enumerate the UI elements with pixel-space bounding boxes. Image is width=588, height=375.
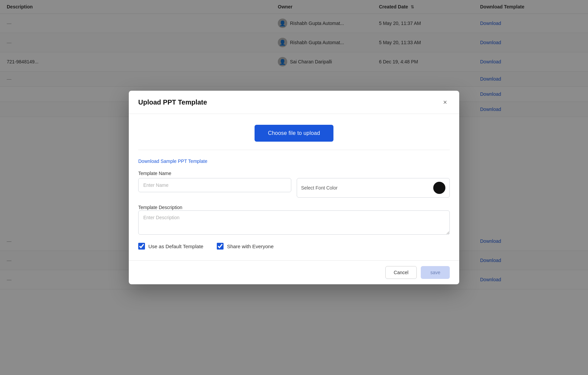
share-everyone-checkbox[interactable] (217, 243, 224, 250)
modal-overlay: Upload PPT Template × Choose file to upl… (0, 0, 588, 375)
template-name-label: Template Name (138, 171, 291, 176)
share-everyone-checkbox-item[interactable]: Share with Everyone (217, 243, 273, 250)
template-desc-label: Template Description (138, 205, 182, 210)
template-description-input[interactable] (138, 210, 450, 235)
checkbox-row: Use as Default Template Share with Every… (138, 243, 450, 250)
modal-close-button[interactable]: × (440, 97, 450, 107)
modal-body: Choose file to upload Download Sample PP… (129, 114, 459, 260)
choose-file-button[interactable]: Choose file to upload (255, 125, 334, 142)
template-name-input[interactable] (138, 178, 291, 192)
template-name-group: Template Name (138, 171, 291, 192)
font-color-label (297, 171, 450, 176)
cancel-button[interactable]: Cancel (385, 266, 417, 279)
upload-section: Choose file to upload (138, 125, 450, 150)
share-everyone-label: Share with Everyone (227, 243, 273, 249)
modal-footer: Cancel save (129, 260, 459, 284)
name-color-row: Template Name Select Font Color (138, 171, 450, 198)
template-description-group: Template Description (138, 204, 450, 236)
default-template-label: Use as Default Template (148, 243, 203, 249)
default-template-checkbox-item[interactable]: Use as Default Template (138, 243, 203, 250)
modal-title: Upload PPT Template (138, 98, 207, 106)
color-swatch (433, 182, 445, 194)
font-color-group: Select Font Color (297, 171, 450, 198)
download-sample-link[interactable]: Download Sample PPT Template (138, 158, 207, 164)
save-button[interactable]: save (421, 266, 450, 279)
default-template-checkbox[interactable] (138, 243, 145, 250)
font-color-selector[interactable]: Select Font Color (297, 178, 450, 198)
upload-modal: Upload PPT Template × Choose file to upl… (129, 91, 459, 284)
font-color-selector-label: Select Font Color (301, 185, 337, 191)
modal-header: Upload PPT Template × (129, 91, 459, 114)
